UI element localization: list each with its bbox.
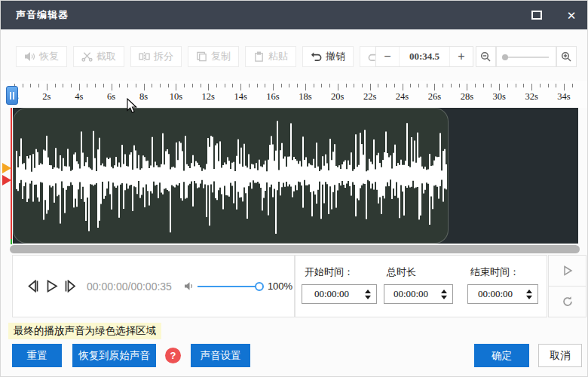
help-icon[interactable]: ? [165, 348, 181, 363]
spin-up-icon[interactable] [365, 290, 371, 293]
start-time-spinbox [302, 284, 377, 304]
split-icon [139, 51, 150, 62]
ruler-tick [257, 84, 258, 87]
volume-slider-knob[interactable] [255, 282, 264, 291]
ruler-tick [507, 84, 508, 87]
playback-panel: 00:00:00/00:00:35 100% [12, 255, 295, 317]
cancel-button[interactable]: 取消 [538, 344, 582, 367]
cut-label: 截取 [96, 50, 116, 63]
playhead-line[interactable] [11, 108, 12, 241]
ruler-label: 28s [461, 91, 473, 103]
ruler-tick [403, 84, 403, 90]
waveform-zoom-slider[interactable] [496, 46, 556, 67]
playhead-handle[interactable] [6, 86, 18, 105]
ruler-tick [47, 84, 47, 90]
spin-down-icon[interactable] [441, 296, 447, 299]
selection-reset-button[interactable] [548, 286, 586, 317]
ruler-tick [127, 84, 128, 87]
maximize-icon [531, 11, 542, 20]
split-button[interactable]: 拆分 [130, 46, 182, 67]
ruler-label: 10s [170, 91, 182, 103]
volume-icon[interactable] [184, 281, 194, 291]
volume-slider[interactable] [198, 281, 261, 292]
ruler-tick [451, 84, 452, 87]
playhead-grip-icon [10, 92, 11, 100]
ruler-tick [225, 84, 225, 87]
restore-sound-button[interactable]: 恢复 [16, 46, 67, 67]
timeline-ruler[interactable]: 0s2s4s6s8s10s12s14s16s18s20s22s24s26s28s… [1, 81, 588, 108]
zoom-in-button[interactable] [556, 46, 577, 67]
paste-label: 粘贴 [268, 50, 288, 63]
duration-stepper: − 00:34.5 + [375, 46, 473, 67]
zoom-slider-knob[interactable] [502, 54, 508, 60]
ruler-tick [30, 84, 31, 87]
ruler-label: 34s [557, 91, 570, 103]
ruler-tick [216, 84, 217, 87]
ruler-tick [289, 84, 289, 87]
ruler-tick [240, 84, 241, 90]
ruler-tick [516, 84, 516, 87]
end-time-spin-arrows [522, 290, 537, 299]
split-label: 拆分 [154, 50, 173, 63]
total-duration-label: 总时长 [387, 265, 453, 279]
previous-frame-button[interactable] [25, 277, 43, 296]
ok-button[interactable]: 确定 [474, 344, 529, 367]
ruler-label: 6s [107, 91, 115, 103]
spin-up-icon[interactable] [526, 290, 532, 293]
horizontal-scrollbar[interactable] [10, 245, 580, 253]
sound-settings-button[interactable]: 声音设置 [191, 344, 250, 367]
next-frame-button[interactable] [61, 277, 79, 296]
ruler-label: 2s [42, 91, 51, 103]
preview-play-button[interactable] [548, 255, 586, 287]
ruler-tick [297, 84, 298, 87]
ruler-tick [144, 84, 145, 90]
ruler-label: 8s [139, 91, 148, 103]
duration-increase-button[interactable]: + [450, 47, 473, 66]
end-time-group: 结束时间： [467, 265, 538, 304]
copy-button[interactable]: 复制 [188, 46, 239, 67]
selection-start-marker-red[interactable] [2, 175, 11, 185]
total-duration-group: 总时长 [384, 265, 453, 304]
ruler-tick [87, 84, 87, 87]
start-time-label: 开始时间： [305, 265, 377, 279]
end-time-input[interactable] [468, 287, 522, 301]
zoom-out-button[interactable] [476, 46, 496, 67]
ruler-tick [499, 84, 500, 90]
selection-preview-buttons [548, 255, 586, 317]
titlebar: 声音编辑器 ✕ [1, 1, 588, 29]
ruler-tick [531, 84, 532, 90]
start-time-group: 开始时间： [302, 265, 377, 304]
spin-up-icon[interactable] [441, 290, 447, 293]
total-duration-spin-arrows [437, 290, 452, 299]
paste-button[interactable]: 粘贴 [245, 46, 296, 67]
ruler-tick [38, 84, 39, 87]
start-time-input[interactable] [302, 287, 361, 301]
restore-original-sound-button[interactable]: 恢复到原始声音 [72, 344, 156, 367]
close-button[interactable]: ✕ [554, 1, 588, 29]
ruler-tick [321, 84, 322, 87]
maximize-button[interactable] [519, 1, 554, 29]
window-controls: ✕ [519, 1, 588, 29]
copy-label: 复制 [211, 50, 231, 63]
scissors-icon [81, 51, 93, 62]
ruler-tick [71, 84, 72, 87]
cut-button[interactable]: 截取 [73, 46, 124, 67]
window-title: 声音编辑器 [16, 8, 69, 22]
mouse-cursor [127, 98, 139, 115]
undo-label: 撤销 [326, 50, 345, 63]
start-time-spin-arrows [361, 290, 376, 299]
total-duration-input[interactable] [384, 287, 437, 301]
undo-button[interactable]: 撤销 [302, 46, 354, 67]
spin-down-icon[interactable] [365, 296, 371, 299]
ruler-tick [370, 84, 371, 90]
duration-decrease-button[interactable]: − [376, 47, 399, 66]
ruler-tick [491, 84, 492, 87]
ruler-tick [386, 84, 387, 87]
play-button[interactable] [43, 277, 61, 296]
spin-down-icon[interactable] [526, 296, 532, 299]
ruler-tick [378, 84, 378, 87]
selection-start-marker-orange[interactable] [2, 163, 11, 173]
ruler-tick [281, 84, 282, 87]
reset-button[interactable]: 重置 [12, 344, 62, 367]
waveform-panel[interactable] [13, 108, 578, 244]
